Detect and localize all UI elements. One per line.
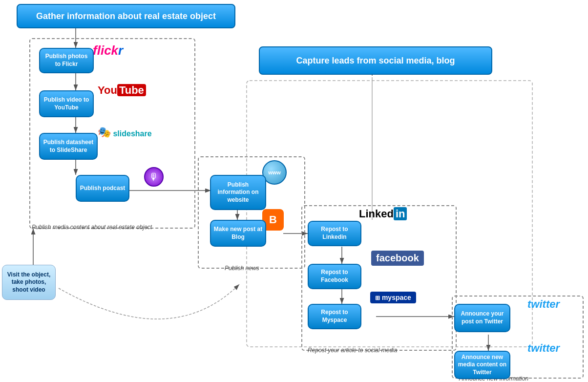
myspace-logo: ⊞ myspace — [370, 292, 416, 303]
publish-media-label: Publish media content about real estate … — [32, 224, 152, 231]
linkedin-logo: Linkedin — [359, 208, 407, 220]
youtube-logo: YouTube — [98, 84, 146, 97]
podcast-icon: 🎙 — [144, 167, 164, 187]
publish-youtube-node[interactable]: Publish video to YouTube — [39, 90, 94, 117]
make-blog-post-node[interactable]: Make new post at Blog — [210, 220, 266, 247]
announce-twitter-node[interactable]: Announce your post on Twitter — [454, 304, 510, 332]
publish-news-label: Publish news — [225, 265, 259, 272]
publish-news-dashed-box — [198, 156, 305, 269]
twitter-logo-1: twitter — [527, 298, 560, 311]
facebook-logo: facebook — [371, 251, 424, 266]
flickr-logo: flickr — [93, 43, 123, 58]
publish-slideshare-node[interactable]: Publish datasheet to SlideShare — [39, 133, 98, 160]
visit-object-node[interactable]: Visit the object, take photos, shoot vid… — [2, 265, 56, 300]
diagram: Gather information about real estate obj… — [0, 0, 588, 382]
repost-myspace-node[interactable]: Repost to Myspace — [308, 304, 361, 329]
publish-podcast-node[interactable]: Publish podcast — [76, 175, 129, 202]
publish-website-node[interactable]: Publish information on website — [210, 175, 266, 210]
twitter-logo-2: twitter — [527, 342, 560, 355]
capture-leads-header: Capture leads from social media, blog — [259, 46, 492, 75]
repost-linkedin-node[interactable]: Repost to Linkedin — [308, 221, 361, 246]
slideshare-logo: 🎭 slideshare — [98, 126, 152, 139]
announce-new-twitter-node[interactable]: Announce new media content on Twitter — [454, 351, 510, 379]
gather-info-header: Gather information about real estate obj… — [17, 4, 235, 28]
repost-facebook-node[interactable]: Repost to Facebook — [308, 264, 361, 289]
repost-social-label: Repost your article to social media — [308, 347, 397, 354]
publish-flickr-node[interactable]: Publish photos to Flickr — [39, 48, 94, 73]
